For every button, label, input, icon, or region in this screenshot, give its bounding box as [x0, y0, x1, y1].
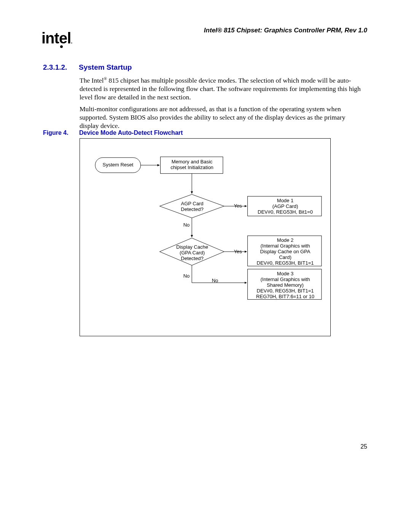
flow-decision-2: Display Cache(GPA Card)Detected? — [166, 244, 219, 262]
flowchart-panel: System Reset Memory and Basicchipset Ini… — [80, 138, 331, 336]
intel-logo: intel. — [41, 30, 72, 47]
page-number: 25 — [360, 443, 367, 450]
flow-mode-2: Mode 2(Internal Graphics withDisplay Cac… — [248, 238, 322, 266]
flow-yes-2: Yes — [230, 249, 245, 255]
paragraph-1: The Intel® 815 chipset has multiple poss… — [80, 76, 363, 101]
figure-caption: Figure 4.Device Mode Auto-Detect Flowcha… — [43, 129, 183, 136]
paragraph-2: Multi-monitor configurations are not add… — [80, 105, 363, 130]
flow-mode-3: Mode 3(Internal Graphics withShared Memo… — [248, 271, 322, 300]
flow-yes-1: Yes — [230, 203, 245, 209]
flow-no-1: No — [181, 222, 192, 228]
figure-title: Device Mode Auto-Detect Flowchart — [79, 129, 183, 136]
figure-number: Figure 4. — [43, 129, 79, 136]
doc-header-title: Intel® 815 Chipset: Graphics Controller … — [204, 27, 367, 34]
section-heading: 2.3.1.2.System Startup — [43, 63, 132, 72]
flow-decision-1: AGP CardDetected? — [166, 201, 219, 212]
flow-start: System Reset — [95, 162, 141, 168]
flow-process-1: Memory and Basicchipset Initialization — [161, 159, 223, 171]
flow-mode-1: Mode 1(AGP Card)DEV#0, REG53H, Bit1=0 — [248, 198, 322, 215]
flow-no-3: No — [209, 278, 221, 284]
flow-no-2: No — [181, 273, 192, 279]
section-title: System Startup — [79, 63, 132, 71]
section-number: 2.3.1.2. — [43, 63, 79, 72]
